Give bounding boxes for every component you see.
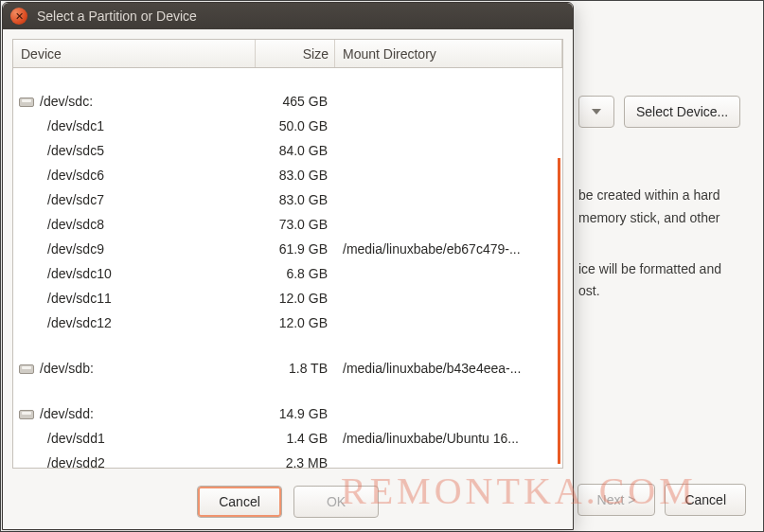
header-mount[interactable]: Mount Directory	[335, 40, 562, 67]
device-label: /dev/sdc:	[40, 94, 93, 109]
mount-cell: /media/linuxbabe/eb67c479-...	[335, 241, 562, 257]
device-cell: /dev/sdc5	[13, 143, 256, 158]
disk-icon	[19, 410, 34, 419]
device-label: /dev/sdc9	[47, 241, 104, 257]
table-row[interactable]: /dev/sdd11.4 GB/media/linuxbabe/Ubuntu 1…	[13, 426, 562, 451]
mount-cell: /media/linuxbabe/b43e4eea-...	[335, 361, 562, 376]
device-cell: /dev/sdc1	[13, 118, 256, 133]
device-cell: /dev/sdc:	[13, 94, 256, 109]
table-body[interactable]: /dev/sdc:465 GB/dev/sdc150.0 GB/dev/sdc5…	[13, 68, 562, 469]
device-label: /dev/sdd2	[47, 455, 105, 469]
size-cell: 1.8 TB	[256, 361, 335, 376]
size-cell: 84.0 GB	[256, 143, 335, 158]
device-label: /dev/sdc1	[47, 118, 104, 133]
size-cell: 2.3 MB	[256, 455, 335, 469]
background-text-2: ice will be formatted and ost.	[578, 258, 754, 304]
table-row[interactable]: /dev/sdd:14.9 GB	[13, 401, 562, 426]
device-cell: /dev/sdd:	[13, 406, 256, 421]
device-label: /dev/sdc8	[47, 217, 104, 232]
header-size[interactable]: Size	[256, 40, 335, 67]
table-row[interactable]: /dev/sdb:1.8 TB/media/linuxbabe/b43e4eea…	[13, 356, 562, 381]
size-cell: 465 GB	[256, 94, 335, 109]
device-label: /dev/sdc6	[47, 168, 104, 183]
device-label: /dev/sdb:	[40, 361, 94, 376]
table-row[interactable]: /dev/sdc1112.0 GB	[13, 286, 562, 310]
disk-icon	[19, 364, 34, 374]
device-label: /dev/sdc7	[47, 192, 104, 207]
device-cell: /dev/sdc7	[13, 192, 256, 207]
table-header: Device Size Mount Directory	[13, 40, 562, 68]
size-cell: 14.9 GB	[256, 406, 335, 421]
table-row[interactable]: /dev/sdc1212.0 GB	[13, 310, 562, 335]
disk-icon	[19, 98, 34, 107]
table-row[interactable]: /dev/sdd22.3 MB	[13, 451, 562, 469]
size-cell: 6.8 GB	[256, 266, 335, 281]
size-cell: 73.0 GB	[256, 217, 335, 232]
table-row[interactable]: /dev/sdc106.8 GB	[13, 261, 562, 286]
device-cell: /dev/sdd2	[13, 455, 256, 469]
cancel-button[interactable]: Cancel	[197, 486, 282, 518]
device-label: /dev/sdc11	[47, 291, 112, 306]
device-cell: /dev/sdd1	[13, 431, 256, 446]
close-icon[interactable]: ✕	[10, 8, 27, 25]
device-cell: /dev/sdc12	[13, 315, 256, 330]
device-label: /dev/sdc12	[47, 315, 112, 330]
dialog-title: Select a Partition or Device	[37, 9, 197, 24]
size-cell: 83.0 GB	[256, 192, 335, 207]
table-row[interactable]: /dev/sdc873.0 GB	[13, 212, 562, 237]
size-cell: 12.0 GB	[256, 291, 335, 306]
background-text-1: be created within a hard memory stick, a…	[578, 185, 754, 230]
device-label: /dev/sdd1	[47, 431, 105, 446]
device-cell: /dev/sdc9	[13, 241, 256, 257]
background-content: Select Device... be created within a har…	[578, 96, 754, 331]
size-cell: 50.0 GB	[256, 118, 335, 133]
ok-button[interactable]: OK	[293, 486, 379, 518]
device-cell: /dev/sdc8	[13, 217, 256, 232]
device-cell: /dev/sdc11	[13, 291, 256, 306]
device-cell: /dev/sdc10	[13, 266, 256, 281]
table-spacer	[13, 381, 562, 401]
background-bottom-buttons: Next > Cancel	[577, 484, 746, 516]
cancel-button-background[interactable]: Cancel	[665, 484, 746, 516]
size-cell: 12.0 GB	[256, 315, 335, 330]
scrollbar[interactable]	[558, 158, 560, 464]
table-row[interactable]: /dev/sdc150.0 GB	[13, 114, 562, 138]
size-cell: 1.4 GB	[256, 431, 335, 446]
mount-cell: /media/linuxbabe/Ubuntu 16...	[335, 431, 562, 446]
device-label: /dev/sdc10	[47, 266, 112, 281]
header-device[interactable]: Device	[13, 40, 256, 67]
device-label: /dev/sdc5	[47, 143, 104, 158]
titlebar: ✕ Select a Partition or Device	[3, 3, 573, 29]
table-row[interactable]: /dev/sdc961.9 GB/media/linuxbabe/eb67c47…	[13, 237, 562, 261]
modal-button-bar: Cancel OK	[3, 478, 573, 529]
device-label: /dev/sdd:	[40, 406, 94, 421]
table-row[interactable]: /dev/sdc:465 GB	[13, 89, 562, 114]
device-table: Device Size Mount Directory /dev/sdc:465…	[12, 39, 563, 469]
table-row[interactable]: /dev/sdc783.0 GB	[13, 187, 562, 212]
device-cell: /dev/sdb:	[13, 361, 256, 376]
table-row[interactable]: /dev/sdc584.0 GB	[13, 138, 562, 163]
size-cell: 61.9 GB	[256, 241, 335, 257]
table-spacer	[13, 335, 562, 356]
device-cell: /dev/sdc6	[13, 168, 256, 183]
table-row[interactable]: /dev/sdc683.0 GB	[13, 163, 562, 187]
chevron-down-icon	[592, 109, 601, 115]
size-cell: 83.0 GB	[256, 168, 335, 183]
device-dropdown[interactable]	[578, 96, 614, 128]
select-device-button[interactable]: Select Device...	[624, 96, 740, 128]
select-partition-dialog: ✕ Select a Partition or Device Device Si…	[2, 2, 574, 530]
table-spacer	[13, 68, 562, 89]
next-button[interactable]: Next >	[577, 484, 656, 516]
background-toolbar: Select Device...	[578, 96, 754, 128]
